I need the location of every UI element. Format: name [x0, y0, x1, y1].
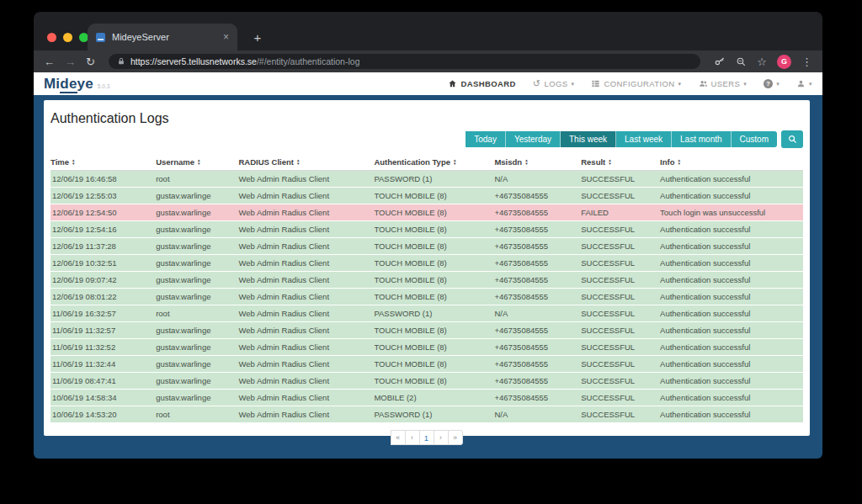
new-tab-button[interactable]: +: [247, 27, 268, 47]
sort-icon[interactable]: ▲▼: [453, 159, 456, 165]
cell-username: root: [156, 406, 238, 423]
cell-time: 12/06/19 08:01:22: [51, 289, 156, 305]
table-row: 12/06/19 10:32:51 gustav.warlinge Web Ad…: [51, 255, 803, 272]
date-filter-button[interactable]: Today: [466, 131, 506, 147]
column-header[interactable]: Msisdn▲▼: [494, 154, 581, 171]
column-header[interactable]: Result▲▼: [581, 154, 660, 171]
column-header[interactable]: Authentication Type▲▼: [374, 154, 494, 171]
back-icon[interactable]: ←: [44, 56, 55, 67]
cell-result: SUCCESSFUL: [581, 272, 660, 289]
cell-auth-type: MOBILE (2): [374, 390, 494, 406]
reload-icon[interactable]: ↻: [86, 56, 95, 67]
help-icon: ?: [764, 79, 773, 88]
date-filter-button[interactable]: Last week: [616, 131, 672, 147]
nav-item-users[interactable]: USERS ▾: [699, 79, 748, 88]
cell-auth-type: TOUCH MOBILE (8): [374, 373, 494, 390]
browser-menu-icon[interactable]: ⋮: [801, 56, 812, 67]
table-header-row: Time▲▼ Username▲▼ RADIUS Client▲▼: [51, 154, 803, 171]
minimize-window-button[interactable]: [63, 33, 72, 42]
nav-item-configuration[interactable]: CONFIGURATION ▾: [591, 79, 681, 88]
cell-result: SUCCESSFUL: [581, 390, 660, 406]
table-row: 11/06/19 11:32:52 gustav.warlinge Web Ad…: [51, 339, 803, 356]
close-window-button[interactable]: [47, 33, 56, 42]
mideye-logo[interactable]: Mideye 5.0.3: [44, 76, 109, 93]
chevron-down-icon: ▾: [678, 81, 682, 88]
pagination-button[interactable]: «: [391, 430, 406, 445]
chevron-down-icon: ▾: [776, 81, 780, 88]
cell-radius-client: Web Admin Radius Client: [238, 322, 374, 339]
nav-label: DASHBOARD: [460, 79, 515, 88]
cell-radius-client: Web Admin Radius Client: [238, 356, 374, 373]
pagination-button[interactable]: »: [448, 430, 463, 445]
nav-label: USERS: [711, 79, 741, 88]
auth-logs-table: Time▲▼ Username▲▼ RADIUS Client▲▼: [51, 154, 803, 422]
nav-label: CONFIGURATION: [604, 79, 674, 88]
cell-auth-type: TOUCH MOBILE (8): [374, 356, 494, 373]
cell-time: 12/06/19 16:46:58: [51, 171, 156, 188]
cell-result: SUCCESSFUL: [581, 255, 660, 272]
cell-info: Authentication successful: [660, 221, 803, 238]
nav-item-logs[interactable]: ↺ LOGS ▾: [533, 79, 575, 88]
cell-time: 12/06/19 12:55:03: [51, 188, 156, 204]
cell-time: 12/06/19 11:37:28: [51, 238, 156, 255]
pagination-button[interactable]: 1: [419, 430, 434, 445]
browser-tab[interactable]: MideyeServer ×: [88, 24, 237, 50]
date-filter-group: Today Yesterday This week Last week Last…: [466, 131, 777, 147]
cell-msisdn: +46735084555: [494, 238, 581, 255]
date-filter-button[interactable]: Custom: [732, 131, 777, 147]
cell-radius-client: Web Admin Radius Client: [238, 255, 374, 272]
cell-info: Authentication successful: [660, 255, 803, 272]
sort-icon[interactable]: ▲▼: [72, 159, 75, 165]
column-header[interactable]: Time▲▼: [51, 154, 156, 171]
home-icon: [448, 79, 457, 88]
page-title: Authentication Logs: [51, 111, 803, 126]
cell-info: Touch login was unsuccessful: [660, 204, 803, 221]
pagination-button[interactable]: ‹: [405, 430, 420, 445]
cell-info: Authentication successful: [660, 390, 803, 406]
date-filter-button[interactable]: Yesterday: [506, 131, 561, 147]
browser-profile-avatar[interactable]: G: [777, 55, 791, 69]
cell-result: SUCCESSFUL: [581, 322, 660, 339]
cell-time: 11/06/19 08:47:41: [51, 373, 156, 390]
cell-info: Authentication successful: [660, 272, 803, 289]
sort-icon[interactable]: ▲▼: [678, 159, 681, 165]
cell-radius-client: Web Admin Radius Client: [238, 238, 374, 255]
cell-result: SUCCESSFUL: [581, 221, 660, 238]
cell-info: Authentication successful: [660, 406, 803, 423]
sort-icon[interactable]: ▲▼: [296, 159, 300, 165]
table-row: 12/06/19 11:37:28 gustav.warlinge Web Ad…: [51, 238, 803, 255]
zoom-search-icon[interactable]: [736, 56, 747, 67]
cell-auth-type: TOUCH MOBILE (8): [374, 339, 494, 356]
cell-radius-client: Web Admin Radius Client: [238, 204, 374, 221]
sort-icon[interactable]: ▲▼: [524, 159, 528, 165]
browser-titlebar: MideyeServer × +: [34, 12, 822, 50]
address-bar[interactable]: https://server5.tellusnetworks.se/#/enti…: [109, 54, 700, 69]
cell-msisdn: N/A: [494, 171, 581, 188]
cell-result: SUCCESSFUL: [581, 373, 660, 390]
table-row: 12/06/19 16:46:58 root Web Admin Radius …: [51, 171, 803, 188]
cell-radius-client: Web Admin Radius Client: [238, 339, 374, 356]
bookmark-star-icon[interactable]: ☆: [757, 56, 767, 67]
date-filter-button[interactable]: Last month: [672, 131, 731, 147]
column-header[interactable]: Info▲▼: [660, 154, 803, 171]
nav-item-account[interactable]: ▾: [796, 79, 812, 88]
sort-icon[interactable]: ▲▼: [608, 159, 611, 165]
pagination-button[interactable]: ›: [434, 430, 449, 445]
nav-item-dashboard[interactable]: DASHBOARD: [448, 79, 515, 88]
cell-auth-type: TOUCH MOBILE (8): [374, 238, 494, 255]
window-controls: [47, 33, 88, 42]
password-key-icon[interactable]: [714, 56, 726, 67]
nav-item-help[interactable]: ? ▾: [764, 79, 780, 88]
sort-icon[interactable]: ▲▼: [197, 159, 200, 165]
cell-auth-type: TOUCH MOBILE (8): [374, 221, 494, 238]
cell-time: 12/06/19 12:54:16: [51, 221, 156, 238]
cell-msisdn: +46735084555: [494, 373, 581, 390]
version-label: 5.0.3: [98, 83, 109, 89]
tab-close-icon[interactable]: ×: [223, 31, 229, 43]
date-filter-button[interactable]: This week: [561, 131, 616, 147]
column-header[interactable]: RADIUS Client▲▼: [238, 154, 374, 171]
search-filter-button[interactable]: [781, 130, 803, 148]
forward-icon[interactable]: →: [65, 56, 76, 67]
cell-auth-type: TOUCH MOBILE (8): [374, 289, 494, 305]
column-header[interactable]: Username▲▼: [156, 154, 238, 171]
